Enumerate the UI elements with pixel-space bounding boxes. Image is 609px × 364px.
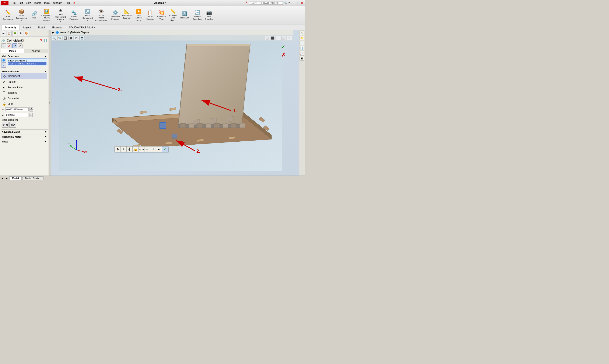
vp-close-viewport-btn[interactable]: ✕ [287, 36, 292, 40]
vp-tool-2[interactable]: \ [121, 146, 127, 152]
pm-cancel-button[interactable]: ✗ [7, 43, 12, 48]
tab-motion-study-1[interactable]: Motion Study 1 [23, 176, 43, 180]
pm-help-icon[interactable]: ❓ [39, 39, 43, 42]
vp-right-btn-2[interactable]: ⬛ [270, 36, 275, 40]
explode-line-button[interactable]: 📏 ExplodeLineSketch [167, 9, 178, 22]
tab-model[interactable]: Model [9, 176, 22, 180]
tab-assembly[interactable]: Assembly [1, 25, 20, 30]
help-icon[interactable]: ❓ [245, 1, 248, 4]
tab-layout[interactable]: Layout [20, 25, 34, 30]
tree-expand-arrow[interactable]: ▶ [52, 31, 54, 34]
pin-icon[interactable]: 📌 [73, 2, 75, 4]
smart-fasteners-button[interactable]: 🔩 SmartFasteners [68, 10, 79, 21]
angle-down[interactable]: ▼ [29, 115, 33, 117]
rmp-folder-button[interactable]: 📁 [300, 36, 304, 40]
vp-tool-5[interactable]: ←→ [139, 146, 145, 152]
vp-tool-3[interactable]: ┤ [127, 146, 132, 152]
vp-tool-confirm[interactable]: ✓ [162, 146, 168, 152]
viewport-accept-button[interactable]: ✓ [281, 43, 286, 50]
mate-option-lock[interactable]: 🔒 Lock [1, 101, 47, 107]
vp-tool-1[interactable]: ⊘ [115, 146, 121, 152]
menu-file[interactable]: File [10, 1, 17, 5]
angle-input[interactable] [5, 113, 28, 117]
search-input[interactable] [249, 1, 283, 5]
show-hidden-button[interactable]: 👁️ ShowHiddenComponents [94, 9, 108, 22]
panel-tree-button[interactable]: 🌳 [12, 31, 17, 36]
vp-right-btn-4[interactable]: ⬜ [281, 36, 286, 40]
tab-addins[interactable]: SOLIDWORKS Add-Ins [66, 25, 99, 30]
vp-filter-btn[interactable]: 🔍 [57, 36, 62, 40]
exploded-view-button[interactable]: 💥 ExplodedView [156, 10, 167, 21]
angle-up[interactable]: ▲ [29, 113, 33, 115]
reference-geometry-button[interactable]: 📐 ReferenceGeometry ▼ [121, 9, 132, 22]
pm-options-button[interactable]: ↗ [18, 43, 23, 48]
align-option-1[interactable]: ⊳⊲ [2, 122, 9, 128]
mate-tab-mates[interactable]: Mates [1, 49, 24, 53]
bottom-nav-right[interactable]: ▶ [5, 177, 9, 180]
panel-list-button[interactable]: 📋 [7, 31, 12, 36]
question-icon[interactable]: ? [289, 2, 290, 4]
mate-tab-analysis[interactable]: Analysis [24, 49, 48, 53]
restore-button[interactable]: ⬜ [296, 1, 299, 5]
mate-button[interactable]: 🔗 Mate [29, 11, 40, 20]
menu-tools[interactable]: Tools [42, 1, 51, 5]
bottom-nav-left[interactable]: ◀ [1, 177, 4, 180]
bill-of-materials-button[interactable]: 📋 Bill ofMaterials [145, 10, 156, 21]
menu-view[interactable]: View [25, 1, 33, 5]
edit-component-button[interactable]: ✏️ EditComponent [2, 10, 14, 21]
mate-option-parallel[interactable]: ⫸ Parallel [1, 79, 47, 85]
search-icon[interactable]: 🔍 [284, 1, 287, 4]
vp-right-btn-3[interactable]: — [276, 36, 281, 40]
panel-back-button[interactable]: ⬅ [1, 31, 6, 36]
insert-components-button[interactable]: 📦 InsertComponents ▼ [15, 9, 28, 22]
close-button[interactable]: ✕ [300, 1, 304, 5]
menu-help[interactable]: Help [63, 1, 71, 5]
distance-up[interactable]: ▲ [29, 107, 33, 109]
pm-undo-button[interactable]: ↩ [12, 43, 17, 48]
distance-down[interactable]: ▼ [29, 109, 33, 112]
viewport-cancel-button[interactable]: ✗ [281, 51, 286, 58]
vp-display-btn[interactable]: 🔳 [68, 36, 73, 40]
component-preview-button[interactable]: 🖼️ ComponentPreviewWindow [40, 9, 53, 22]
vp-search-btn[interactable]: 🔍 [52, 36, 57, 40]
vp-view-btn[interactable]: 🔲 [63, 36, 68, 40]
advanced-mates-row[interactable]: Advanced Mates ▼ [1, 129, 48, 134]
pm-accept-button[interactable]: ✓ [1, 43, 6, 48]
viewport[interactable]: ▶ 🔷 Assem1 (Default<Display... 🔍 🔍 🔲 🔳 ◻… [51, 30, 299, 176]
rmp-chart-button[interactable]: 📊 [300, 46, 304, 51]
linear-component-button[interactable]: ⊞ Linear ComponentPattern ▼ [53, 7, 68, 23]
mate-selections-collapse[interactable]: ▲ [45, 55, 47, 57]
tab-sketch[interactable]: Sketch [35, 25, 49, 30]
tab-evaluate[interactable]: Evaluate [49, 25, 65, 30]
mate-option-tangent[interactable]: ⌒ Tangent [1, 90, 47, 96]
mate-option-perpendicular[interactable]: ⊾ Perpendicular [1, 85, 47, 90]
instant3d-button[interactable]: 3️⃣ Instant3D [179, 11, 190, 20]
rmp-grid-button[interactable]: ▣ [300, 56, 304, 61]
vp-tool-6[interactable]: ↔ [145, 146, 150, 152]
collapse-handle[interactable]: › [49, 30, 51, 176]
menu-edit[interactable]: Edit [17, 1, 24, 5]
mates-row[interactable]: Mates ▼ [1, 139, 48, 144]
vp-tool-7[interactable]: ↗ [150, 146, 156, 152]
menu-window[interactable]: Window [51, 1, 63, 5]
rmp-graph-button[interactable]: 📈 [300, 51, 304, 55]
vp-tool-8[interactable]: ↩ [156, 146, 162, 152]
update-speedpak-button[interactable]: 🔄 UpdateSpeedpak [192, 10, 203, 21]
mate-option-coincident[interactable]: ◇ Coincident [1, 73, 47, 79]
pm-info-icon[interactable]: ℹ️ [44, 39, 47, 42]
minimize-button[interactable]: — [291, 1, 294, 5]
panel-target-button[interactable]: ⊕ [18, 31, 23, 36]
rmp-home-button[interactable]: ⌂ [300, 30, 304, 35]
menu-insert[interactable]: Insert [33, 1, 42, 5]
standard-mates-collapse[interactable]: ▲ [45, 70, 47, 73]
new-motion-study-button[interactable]: ▶️ NewMotionStudy [133, 9, 144, 22]
mechanical-mates-row[interactable]: Mechanical Mates ▼ [1, 134, 48, 139]
align-option-2[interactable]: ⊲⊳ [9, 122, 16, 128]
vp-screen-btn[interactable]: 🖥️ [79, 36, 84, 40]
vp-section-btn[interactable]: ◻ [74, 36, 79, 40]
rmp-doc-button[interactable]: 📄 [300, 41, 304, 45]
move-component-button[interactable]: ↗️ MoveComponent ▼ [81, 9, 94, 22]
take-snapshot-button[interactable]: 📷 TakeSnapshot [203, 10, 214, 21]
vp-tool-4[interactable]: 🔒 [132, 146, 139, 152]
distance-input[interactable] [5, 107, 29, 111]
